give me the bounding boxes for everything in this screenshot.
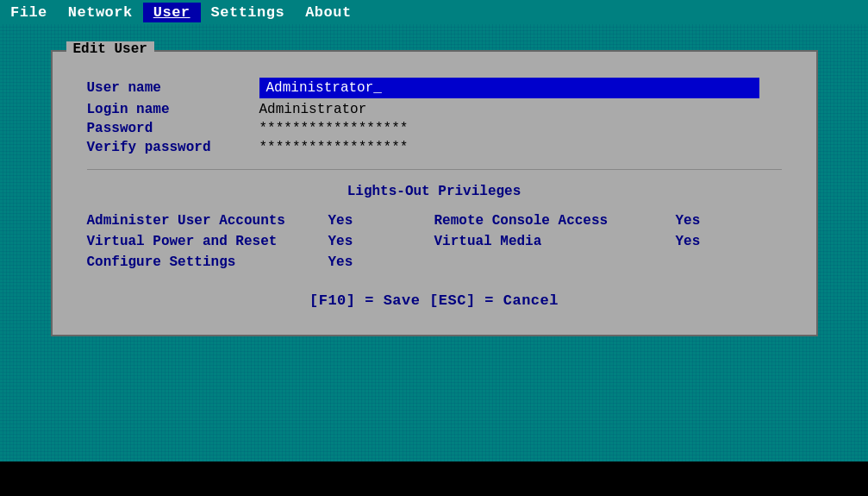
loginname-value[interactable]: Administrator <box>259 102 367 117</box>
privilege-value-remote-console: Yes <box>676 213 727 229</box>
main-area: Edit User User name Administrator_ Login… <box>0 24 868 461</box>
privilege-row-configure: Configure Settings Yes <box>87 254 434 270</box>
privilege-name-configure: Configure Settings <box>87 254 328 270</box>
privilege-value-virtual-power: Yes <box>328 234 380 249</box>
privilege-name-administer: Administer User Accounts <box>87 213 328 229</box>
username-value[interactable]: Administrator_ <box>259 78 759 98</box>
menu-item-settings[interactable]: Settings <box>201 3 296 22</box>
dialog-footer: [F10] = Save [ESC] = Cancel <box>87 292 782 317</box>
privilege-row-administer: Administer User Accounts Yes <box>87 213 434 229</box>
screen: File Network User Settings About Edit Us… <box>0 0 868 496</box>
privilege-row-virtual-media: Virtual Media Yes <box>434 234 782 249</box>
edit-user-dialog: Edit User User name Administrator_ Login… <box>51 50 818 336</box>
divider <box>87 169 782 170</box>
privilege-value-virtual-media: Yes <box>676 234 727 249</box>
privilege-name-virtual-media: Virtual Media <box>434 234 676 249</box>
loginname-label: Login name <box>87 102 259 117</box>
menu-item-about[interactable]: About <box>295 3 362 22</box>
privilege-row-remote-console: Remote Console Access Yes <box>434 213 782 229</box>
menu-item-network[interactable]: Network <box>58 3 143 22</box>
section-title: Lights-Out Privileges <box>87 184 782 199</box>
verify-password-label: Verify password <box>87 140 259 155</box>
dialog-title: Edit User <box>66 41 154 57</box>
privilege-value-configure: Yes <box>328 254 380 270</box>
dialog-content: User name Administrator_ Login name Admi… <box>53 52 816 335</box>
privilege-value-administer: Yes <box>328 213 380 229</box>
username-label: User name <box>87 80 259 96</box>
field-row-password: Password ****************** <box>87 121 782 136</box>
field-row-username: User name Administrator_ <box>87 78 782 98</box>
verify-password-value[interactable]: ****************** <box>259 140 409 155</box>
privileges-left-col: Administer User Accounts Yes Virtual Pow… <box>87 213 434 275</box>
privilege-name-remote-console: Remote Console Access <box>434 213 676 229</box>
field-row-verify-password: Verify password ****************** <box>87 140 782 155</box>
privileges-right-col: Remote Console Access Yes Virtual Media … <box>434 213 782 275</box>
privileges-grid: Administer User Accounts Yes Virtual Pow… <box>87 213 782 275</box>
bottom-bar <box>0 461 868 496</box>
privilege-name-virtual-power: Virtual Power and Reset <box>87 234 328 249</box>
password-value[interactable]: ****************** <box>259 121 409 136</box>
password-label: Password <box>87 121 259 136</box>
menu-item-file[interactable]: File <box>7 3 58 22</box>
menu-item-user[interactable]: User <box>143 3 201 22</box>
privilege-row-virtual-power: Virtual Power and Reset Yes <box>87 234 434 249</box>
menu-bar: File Network User Settings About <box>0 0 868 24</box>
field-row-loginname: Login name Administrator <box>87 102 782 117</box>
